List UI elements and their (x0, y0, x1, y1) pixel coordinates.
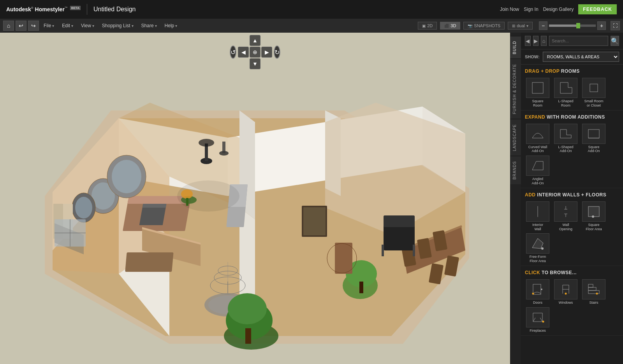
svg-point-36 (75, 197, 92, 219)
svg-point-107 (542, 320, 544, 322)
svg-point-103 (596, 292, 598, 294)
svg-rect-88 (588, 206, 599, 217)
section-browse-title: CLICK TO BROWSE... (525, 270, 619, 275)
logo-area: Autodesk® Homestyler™ BETA (6, 6, 81, 12)
section-browse: CLICK TO BROWSE... (521, 266, 623, 336)
svg-marker-76 (560, 82, 572, 93)
svg-rect-75 (532, 82, 543, 93)
sign-in-link[interactable]: Sign In (524, 7, 538, 12)
join-now-link[interactable]: Join Now (500, 7, 519, 12)
addon-l-shaped[interactable]: L-ShapedAdd-On (553, 124, 579, 154)
wall-opening-item[interactable]: WallOpening (553, 201, 579, 231)
browse-stairs[interactable]: Stairs (581, 279, 607, 305)
file-menu[interactable]: File ▾ (40, 21, 57, 30)
logo-text: Autodesk® Homestyler™ BETA (6, 6, 81, 12)
design-title: Untitled Design (93, 6, 136, 13)
svg-rect-51 (384, 223, 415, 250)
svg-marker-79 (560, 130, 571, 138)
view-menu[interactable]: View ▾ (78, 21, 97, 30)
square-floor-item[interactable]: SquareFloor Area (581, 201, 607, 231)
browse-doors[interactable]: Doors (525, 279, 551, 305)
section-interior: ADD INTERIOR WALLS + FLOORS InteriorWall (521, 188, 623, 266)
svg-rect-80 (588, 130, 599, 138)
walls-floors-grid: InteriorWall WallOpening (525, 201, 619, 263)
room-item-l-shaped[interactable]: L-ShapedRoom (553, 78, 579, 108)
svg-point-99 (565, 292, 567, 294)
design-gallery-link[interactable]: Design Gallery (543, 7, 574, 12)
svg-rect-70 (335, 243, 352, 274)
help-menu[interactable]: Help ▾ (162, 21, 181, 30)
snapshots-button[interactable]: 📷 SNAPSHOTS (463, 22, 505, 30)
tab-build[interactable]: BUILD (510, 36, 521, 59)
zoom-slider[interactable] (549, 24, 596, 27)
svg-rect-101 (588, 287, 596, 290)
svg-point-93 (541, 289, 542, 290)
addon-angled[interactable]: AngledAdd-On (525, 156, 551, 186)
nav-right-button[interactable]: ▶ (261, 47, 272, 58)
right-panel: BUILD FURNISH & DECORATE LANDSCAPE BRAND… (510, 33, 623, 364)
panel-search-button[interactable]: 🔍 (611, 36, 619, 46)
nav-center-button[interactable]: ⊕ (250, 47, 260, 58)
panel-forward-button[interactable]: ▶ (533, 36, 539, 46)
svg-line-105 (533, 318, 535, 322)
panel-back-button[interactable]: ◀ (525, 36, 531, 46)
top-divider (87, 4, 87, 15)
tab-brands[interactable]: BRANDS (510, 156, 521, 184)
svg-rect-65 (150, 208, 158, 217)
svg-rect-43 (359, 282, 363, 293)
panel-content: ◀ ▶ ⌂ 🔍 SHOW: ROOMS, WALLS & AREAS DRAG … (521, 33, 623, 364)
undo-button[interactable]: ↩ (16, 21, 26, 31)
panel-nav: ◀ ▶ ⌂ 🔍 (521, 33, 623, 49)
scene-svg (0, 33, 510, 364)
view-3d-button[interactable]: ⬛ 3D (440, 22, 460, 30)
dual-view-button[interactable]: ⊞ dual ▾ (508, 22, 533, 30)
browse-windows[interactable]: Windows (553, 279, 579, 305)
addon-square[interactable]: SquareAdd-On (581, 124, 607, 154)
zoom-controls: − + (539, 21, 606, 30)
rotate-left-button[interactable]: ↺ (230, 46, 236, 59)
svg-rect-61 (303, 207, 326, 235)
svg-marker-90 (532, 238, 543, 248)
addon-curved-wall[interactable]: Curved WallAdd-On (525, 124, 551, 154)
tab-landscape[interactable]: LANDSCAPE (510, 119, 521, 156)
panel-home-button[interactable]: ⌂ (541, 36, 547, 46)
fullscreen-button[interactable]: ⛶ (611, 21, 620, 30)
svg-point-39 (228, 293, 267, 324)
room-item-square[interactable]: SquareRoom (525, 78, 551, 108)
menu-bar: ⌂ ↩ ↪ File ▾ Edit ▾ View ▾ Shopping List… (0, 19, 623, 33)
zoom-out-button[interactable]: − (539, 21, 547, 30)
rotate-right-button[interactable]: ↻ (274, 46, 280, 59)
panel-search-input[interactable] (549, 36, 608, 46)
svg-marker-104 (533, 313, 542, 322)
share-menu[interactable]: Share ▾ (138, 21, 160, 30)
shopping-list-menu[interactable]: Shopping List ▾ (99, 21, 137, 30)
home-icon-button[interactable]: ⌂ (3, 21, 14, 31)
freeform-floor-item[interactable]: Free-FormFloor Area (525, 233, 551, 263)
show-dropdown[interactable]: ROOMS, WALLS & AREAS (543, 52, 619, 62)
interior-wall-item[interactable]: InteriorWall (525, 201, 551, 231)
side-tabs: BUILD FURNISH & DECORATE LANDSCAPE BRAND… (510, 33, 521, 364)
browse-grid: Doors Windows (525, 279, 619, 333)
svg-rect-59 (222, 142, 225, 153)
browse-fireplaces[interactable]: Fireplaces (525, 307, 551, 333)
redo-button[interactable]: ↪ (28, 21, 39, 31)
top-right: Join Now Sign In Design Gallery FEEDBACK (500, 4, 617, 14)
show-row: SHOW: ROOMS, WALLS & AREAS (521, 49, 623, 65)
view-2d-button[interactable]: ▣ 2D (418, 22, 437, 30)
room-item-small-room[interactable]: Small Roomor Closet (581, 78, 607, 108)
svg-rect-40 (245, 328, 251, 344)
svg-marker-82 (532, 161, 543, 170)
svg-point-91 (541, 247, 544, 250)
svg-point-57 (199, 139, 214, 147)
svg-rect-18 (143, 204, 167, 208)
nav-left-button[interactable]: ◀ (238, 47, 249, 58)
top-bar: Autodesk® Homestyler™ BETA Untitled Desi… (0, 0, 623, 19)
nav-up-button[interactable]: ▲ (250, 35, 260, 46)
feedback-button[interactable]: FEEDBACK (578, 4, 617, 14)
svg-rect-23 (125, 252, 173, 272)
viewport[interactable]: ↺ ▲ ◀ ⊕ ▶ ▼ ↻ (0, 33, 510, 364)
tab-furnish[interactable]: FURNISH & DECORATE (510, 59, 521, 119)
edit-menu[interactable]: Edit ▾ (59, 21, 76, 30)
nav-down-button[interactable]: ▼ (250, 58, 260, 69)
zoom-in-button[interactable]: + (597, 21, 606, 30)
